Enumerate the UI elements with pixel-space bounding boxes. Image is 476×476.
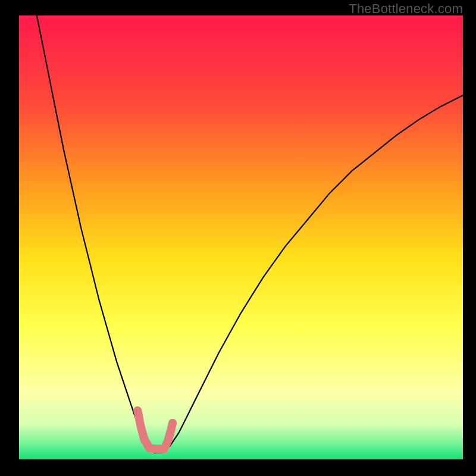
chart-frame: TheBottleneck.com xyxy=(0,0,476,476)
bottleneck-chart xyxy=(0,0,476,476)
gradient-background xyxy=(19,15,463,459)
